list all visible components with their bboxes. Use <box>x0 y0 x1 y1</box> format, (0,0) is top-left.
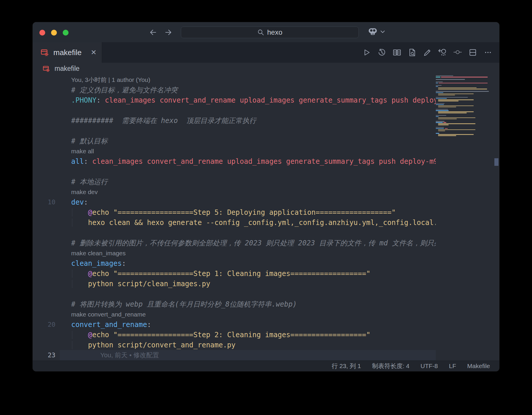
forward-button[interactable] <box>164 28 173 37</box>
minimap-bar <box>436 121 444 122</box>
makefile-icon <box>43 65 50 72</box>
minimap-bar <box>436 79 465 80</box>
minimap-bar <box>436 77 440 77</box>
minimap-bar <box>441 77 488 77</box>
minimap-bar <box>438 123 475 124</box>
breadcrumb[interactable]: makefile <box>33 63 499 75</box>
code-line[interactable]: @echo "==================Step 1: Cleanin… <box>33 268 499 279</box>
gitlens-icon <box>438 48 447 57</box>
code-text: @echo "==================Step 5: Deployi… <box>71 208 436 217</box>
code-line[interactable]: .PHONY: clean_images convert_and_rename … <box>33 95 499 105</box>
close-window-button[interactable] <box>39 30 45 36</box>
code-line[interactable]: 10dev: <box>33 197 499 207</box>
minimap-bar <box>438 134 474 135</box>
chevron-down-icon <box>380 30 385 34</box>
minimap-bar <box>445 128 448 129</box>
file-code-icon <box>408 48 416 57</box>
code-line[interactable]: 20convert_and_rename: <box>33 319 499 330</box>
code-line[interactable]: make clean_images <box>33 248 499 258</box>
code-line[interactable] <box>33 228 499 238</box>
code-text: # 默认目标 <box>71 136 436 146</box>
search-icon <box>257 29 264 36</box>
maximize-window-button[interactable] <box>63 30 69 36</box>
code-line[interactable]: hexo clean && hexo generate --config _co… <box>33 217 499 228</box>
codelens[interactable]: make convert_and_rename <box>71 311 436 318</box>
code-line[interactable]: @echo "==================Step 2: Cleanin… <box>33 330 499 340</box>
code-line[interactable]: ########## 需要终端在 hexo 顶层目录才能正常执行 <box>33 115 499 126</box>
overview-ruler-decoration <box>494 158 498 166</box>
code-text: clean_images: <box>71 259 436 268</box>
codelens[interactable]: make clean_images <box>71 250 436 257</box>
line-number: 10 <box>33 198 71 206</box>
code-line[interactable]: all: clean_images convert_and_rename upl… <box>33 156 499 166</box>
code-line[interactable]: python script/convert_and_rename.py <box>33 340 499 350</box>
commit-graph-button[interactable] <box>453 48 462 57</box>
status-encoding[interactable]: UTF-8 <box>421 363 438 370</box>
code-text: # 删除未被引用的图片，不传任何参数则全部处理，传 2023 则只处理 2023… <box>71 238 436 248</box>
code-line[interactable]: python script/clean_images.py <box>33 279 499 289</box>
minimap-bar <box>436 128 444 129</box>
code-text: python script/convert_and_rename.py <box>71 341 436 349</box>
minimap-bar <box>436 115 446 116</box>
edit-button[interactable] <box>423 48 432 57</box>
code-line[interactable]: make convert_and_rename <box>33 309 499 319</box>
codelens[interactable]: make dev <box>71 189 436 196</box>
run-button[interactable] <box>362 48 371 57</box>
status-eol[interactable]: LF <box>449 363 456 370</box>
split-editor-button[interactable] <box>468 48 477 57</box>
open-preview-button[interactable] <box>393 48 401 57</box>
minimap-bar <box>436 127 444 128</box>
status-language[interactable]: Makefile <box>467 363 490 370</box>
code-line[interactable]: 23You, 前天 • 修改配置 <box>33 350 499 360</box>
code-text: @echo "==================Step 2: Cleanin… <box>71 331 436 339</box>
code-line[interactable]: # 将图片转换为 webp 且重命名(年月日时分秒_8位随机字符串.webp) <box>33 299 499 309</box>
makefile-icon <box>41 49 49 57</box>
status-tab-size[interactable]: 制表符长度: 4 <box>372 362 409 370</box>
more-actions-button[interactable] <box>484 48 492 57</box>
minimap-bar <box>438 105 474 106</box>
code-line[interactable]: make all <box>33 146 499 156</box>
status-line-col[interactable]: 行 23, 列 1 <box>332 362 361 370</box>
timeline-icon <box>378 48 386 57</box>
minimap-row <box>436 135 494 136</box>
code-line[interactable]: make dev <box>33 187 499 197</box>
code-line[interactable]: You, 3小时前 | 1 author (You) <box>33 75 499 85</box>
minimap-bar <box>436 86 438 87</box>
minimap-bar <box>436 92 443 93</box>
minimap-bar <box>438 94 474 94</box>
code-line[interactable] <box>33 126 499 136</box>
vscode-window: hexo <box>33 22 499 371</box>
codelens[interactable]: make all <box>71 148 436 155</box>
code-line[interactable] <box>33 289 499 299</box>
editor-actions <box>362 42 492 63</box>
code-line[interactable] <box>33 105 499 115</box>
code-line[interactable]: # 默认目标 <box>33 136 499 146</box>
split-editor-icon <box>469 48 477 57</box>
code-line[interactable]: @echo "==================Step 5: Deployi… <box>33 207 499 217</box>
code-line[interactable]: # 删除未被引用的图片，不传任何参数则全部处理，传 2023 则只处理 2023… <box>33 238 499 248</box>
editor[interactable]: You, 3小时前 | 1 author (You)# 定义伪目标，避免与文件名… <box>33 75 499 361</box>
gitlens-button[interactable] <box>438 48 447 57</box>
minimap-bar <box>436 116 439 117</box>
minimap-bar <box>439 83 488 83</box>
code-line[interactable] <box>33 166 499 177</box>
minimize-window-button[interactable] <box>51 30 57 36</box>
blame-annotation: You, 3小时前 | 1 author (You) <box>71 76 436 84</box>
tab-close-button[interactable]: ✕ <box>91 49 97 56</box>
minimap-bar <box>438 101 459 101</box>
copilot-menu-button[interactable] <box>368 27 385 36</box>
file-code-button[interactable] <box>408 48 416 57</box>
minimap-bar <box>438 135 456 136</box>
minimap-bar <box>438 107 456 107</box>
code-text: hexo clean && hexo generate --config _co… <box>71 219 436 227</box>
timeline-button[interactable] <box>377 48 386 57</box>
minimap-bar <box>436 83 438 83</box>
command-center-search[interactable]: hexo <box>181 27 359 38</box>
minimap-bar <box>438 129 475 130</box>
code-line[interactable]: clean_images: <box>33 258 499 268</box>
minimap[interactable] <box>436 75 494 136</box>
code-line[interactable]: # 本地运行 <box>33 177 499 187</box>
back-button[interactable] <box>149 28 158 37</box>
tab-makefile[interactable]: makefile ✕ <box>33 42 102 63</box>
code-line[interactable]: # 定义伪目标，避免与文件名冲突 <box>33 85 499 95</box>
